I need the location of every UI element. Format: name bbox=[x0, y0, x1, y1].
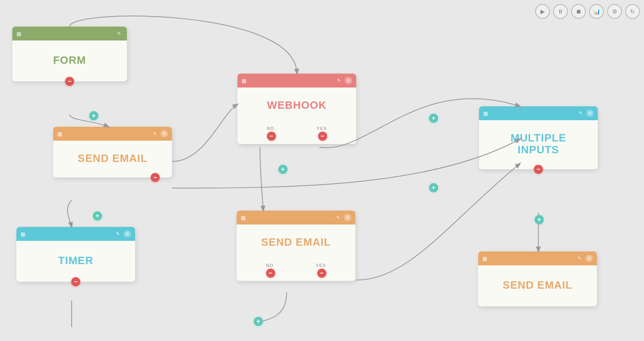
node-send-email-3: ▦ ✎ ✕ SEND EMAIL bbox=[478, 251, 597, 306]
close-icon-se3[interactable]: ✕ bbox=[585, 255, 593, 262]
se2-yes-label: YES bbox=[316, 263, 326, 268]
chart-icon-se2: ▦ bbox=[241, 215, 246, 221]
se1-output-dot[interactable]: − bbox=[151, 173, 160, 182]
webhook-yes-label: YES bbox=[316, 126, 327, 131]
send-email-2-title: SEND EMAIL bbox=[261, 236, 331, 249]
send-email-1-title: SEND EMAIL bbox=[78, 152, 147, 165]
chart-icon-se1: ▦ bbox=[57, 131, 62, 137]
toolbar: ▶ ⏸ ⏹ 📊 ⚙ ↻ bbox=[535, 4, 640, 19]
edit-icon-timer[interactable]: ✎ bbox=[114, 230, 122, 238]
node-send-email-1: ▦ ✎ ✕ SEND EMAIL − bbox=[53, 127, 172, 177]
node-timer: ▦ ✎ ✕ TIMER − bbox=[16, 227, 135, 282]
multiple-inputs-title: MULTIPLE INPUTS bbox=[511, 132, 566, 155]
webhook-no-label: NO bbox=[267, 126, 275, 131]
chart-icon-se3: ▦ bbox=[482, 256, 487, 262]
close-icon-se1[interactable]: ✕ bbox=[160, 130, 168, 137]
stats-button[interactable]: 📊 bbox=[589, 4, 604, 19]
send-email-3-title: SEND EMAIL bbox=[503, 279, 572, 292]
chart-icon-timer: ▦ bbox=[20, 231, 25, 237]
plus-to-mi-mid[interactable]: + bbox=[429, 183, 438, 192]
edit-icon-se1[interactable]: ✎ bbox=[151, 130, 158, 137]
plus-bottom-center[interactable]: + bbox=[254, 317, 263, 326]
edit-icon-form[interactable]: ✎ bbox=[115, 30, 123, 37]
edit-icon-mi[interactable]: ✎ bbox=[577, 110, 584, 117]
webhook-yes-dot[interactable]: − bbox=[318, 132, 327, 141]
webhook-no-dot[interactable]: − bbox=[267, 132, 276, 141]
chart-icon-webhook: ▦ bbox=[242, 78, 246, 84]
webhook-title: WEBHOOK bbox=[267, 99, 327, 112]
settings-button[interactable]: ⚙ bbox=[607, 4, 622, 19]
se2-no-dot[interactable]: − bbox=[266, 269, 275, 278]
edit-icon-se3[interactable]: ✎ bbox=[576, 255, 583, 262]
pause-button[interactable]: ⏸ bbox=[553, 4, 568, 19]
stop-button[interactable]: ⏹ bbox=[571, 4, 586, 19]
close-icon-webhook[interactable]: ✕ bbox=[345, 77, 352, 84]
node-form: ▦ ✎ FORM − bbox=[12, 27, 127, 81]
timer-output-dot[interactable]: − bbox=[71, 277, 80, 286]
mi-output-dot[interactable]: − bbox=[534, 165, 543, 174]
form-title: FORM bbox=[53, 54, 86, 67]
node-webhook: ▦ ✎ ✕ WEBHOOK NO YES − − bbox=[237, 74, 356, 144]
node-multiple-inputs: ▦ ✎ ✕ MULTIPLE INPUTS − bbox=[479, 106, 598, 169]
node-send-email-2: ▦ ✎ ✕ SEND EMAIL NO YES − − bbox=[237, 211, 355, 281]
close-icon-timer[interactable]: ✕ bbox=[124, 230, 131, 238]
edit-icon-webhook[interactable]: ✎ bbox=[335, 77, 343, 84]
plus-to-mi-top[interactable]: + bbox=[429, 114, 438, 123]
refresh-button[interactable]: ↻ bbox=[625, 4, 640, 19]
chart-icon-mi: ▦ bbox=[483, 110, 488, 117]
play-button[interactable]: ▶ bbox=[535, 4, 550, 19]
plus-webhook-below[interactable]: + bbox=[278, 165, 287, 174]
close-icon-se2[interactable]: ✕ bbox=[344, 214, 351, 221]
se2-no-label: NO bbox=[266, 263, 274, 268]
plus-form-sendemail1[interactable]: + bbox=[89, 111, 98, 120]
se2-yes-dot[interactable]: − bbox=[317, 269, 326, 278]
chart-icon-form: ▦ bbox=[16, 31, 21, 37]
timer-title: TIMER bbox=[58, 254, 93, 267]
edit-icon-se2[interactable]: ✎ bbox=[334, 214, 342, 221]
plus-se1-timer[interactable]: + bbox=[93, 211, 102, 220]
form-output-dot[interactable]: − bbox=[65, 77, 74, 86]
plus-mi-se3[interactable]: + bbox=[535, 215, 544, 224]
close-icon-mi[interactable]: ✕ bbox=[586, 110, 594, 117]
